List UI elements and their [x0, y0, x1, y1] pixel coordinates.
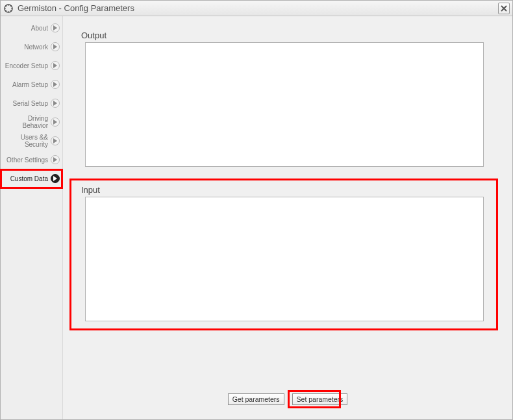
chevron-right-icon: [51, 136, 60, 145]
input-textbox[interactable]: [85, 197, 484, 321]
output-textbox[interactable]: [85, 42, 484, 167]
window-title: Germiston - Config Parameters: [18, 3, 498, 13]
sidebar-item-users-security[interactable]: Users && Security: [1, 132, 62, 151]
sidebar-item-label: Other Settings: [6, 156, 48, 164]
sidebar-item-label: Serial Setup: [13, 100, 48, 107]
sidebar-item-other-settings[interactable]: Other Settings: [1, 151, 62, 169]
sidebar-item-label: Custom Data: [10, 175, 48, 182]
get-parameters-button[interactable]: Get parameters: [228, 393, 284, 405]
sidebar-item-network[interactable]: Network: [1, 38, 62, 56]
sidebar: About Network Encoder Setup Alarm Setup …: [1, 16, 63, 419]
sidebar-item-label: About: [31, 25, 48, 32]
chevron-right-icon: [51, 80, 60, 89]
sidebar-item-driving-behavior[interactable]: Driving Behavior: [1, 113, 62, 132]
sidebar-item-encoder-setup[interactable]: Encoder Setup: [1, 56, 62, 75]
sidebar-item-label: Driving Behavior: [1, 115, 48, 129]
sidebar-item-label: Network: [24, 43, 48, 51]
config-window: Germiston - Config Parameters About Netw…: [0, 0, 513, 420]
sidebar-item-label: Alarm Setup: [12, 81, 48, 88]
titlebar: Germiston - Config Parameters: [1, 1, 512, 16]
chevron-right-icon: [51, 117, 60, 127]
chevron-right-icon: [51, 42, 60, 51]
button-row: Get parameters Set parameters: [63, 393, 512, 405]
sidebar-item-alarm-setup[interactable]: Alarm Setup: [1, 75, 62, 94]
body: About Network Encoder Setup Alarm Setup …: [1, 16, 512, 419]
sidebar-item-label: Users && Security: [1, 134, 48, 148]
chevron-right-icon: [51, 99, 60, 108]
sidebar-item-serial-setup[interactable]: Serial Setup: [1, 94, 62, 113]
chevron-right-icon: [51, 23, 60, 32]
input-label: Input: [81, 185, 100, 195]
app-icon: [3, 3, 14, 14]
chevron-right-icon: [51, 174, 60, 183]
sidebar-item-label: Encoder Setup: [5, 62, 48, 69]
chevron-right-icon: [51, 61, 60, 70]
output-label: Output: [81, 31, 106, 40]
close-button[interactable]: [498, 3, 510, 14]
chevron-right-icon: [51, 155, 60, 164]
main-panel: Output Input Get parameters Set paramete…: [63, 16, 512, 419]
sidebar-item-custom-data[interactable]: Custom Data: [1, 169, 62, 188]
set-parameters-button[interactable]: Set parameters: [292, 393, 348, 405]
sidebar-item-about[interactable]: About: [1, 19, 62, 38]
